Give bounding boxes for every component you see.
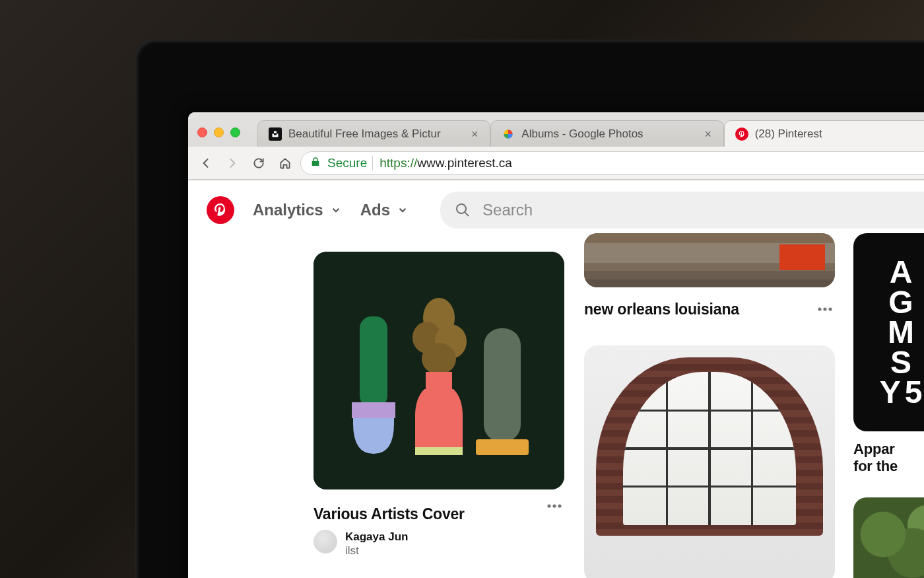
- svg-point-11: [547, 504, 550, 507]
- svg-point-12: [552, 504, 556, 507]
- svg-rect-8: [415, 447, 463, 455]
- avatar[interactable]: [314, 530, 337, 554]
- close-window-button[interactable]: [197, 127, 207, 137]
- tab-strip: Beautiful Free Images & Pictur × Albums …: [188, 112, 924, 147]
- search-icon: [455, 202, 471, 218]
- browser-toolbar: Secure https://www.pinterest.ca: [188, 147, 924, 180]
- pin-title: Appar: [853, 441, 924, 458]
- svg-point-15: [823, 307, 826, 310]
- forward-button[interactable]: [221, 152, 244, 174]
- home-button[interactable]: [274, 152, 296, 174]
- pin-footer: new orleans louisiana: [584, 294, 835, 319]
- pin-image[interactable]: [853, 497, 924, 578]
- nav-analytics[interactable]: Analytics: [253, 201, 342, 219]
- search-input[interactable]: [482, 201, 924, 219]
- pin-typography[interactable]: A G M S Y5 Appar for the: [853, 233, 924, 475]
- url-text: https://www.pinterest.ca: [380, 156, 512, 170]
- svg-point-6: [422, 343, 456, 375]
- tab-title: (28) Pinterest: [755, 127, 924, 141]
- svg-rect-1: [360, 316, 387, 408]
- pin-image[interactable]: A G M S Y5: [853, 233, 924, 431]
- pin-new-orleans[interactable]: new orleans louisiana: [584, 233, 835, 319]
- author-sub: ilst: [345, 544, 408, 558]
- close-tab-button[interactable]: ×: [469, 128, 480, 140]
- pin-footer: Various Artists Cover Kagaya Jun ilst: [314, 496, 564, 558]
- pin-title: new orleans louisiana: [584, 301, 739, 318]
- browser-chrome: Beautiful Free Images & Pictur × Albums …: [188, 112, 924, 180]
- pin-various-artists-cover[interactable]: Various Artists Cover Kagaya Jun ilst: [314, 252, 564, 558]
- pinterest-logo[interactable]: [207, 196, 234, 224]
- maximize-window-button[interactable]: [230, 127, 240, 137]
- svg-rect-10: [476, 439, 529, 455]
- secure-label: Secure: [327, 156, 373, 170]
- pin-image[interactable]: [584, 345, 835, 578]
- pin-title: Various Artists Cover: [314, 505, 544, 523]
- page-content: Analytics Ads: [188, 180, 924, 578]
- nav-label: Ads: [360, 201, 390, 219]
- chevron-down-icon: [397, 204, 409, 216]
- pin-greenery[interactable]: [853, 497, 924, 578]
- pinterest-header: Analytics Ads: [188, 180, 924, 240]
- browser-tab-google-photos[interactable]: Albums - Google Photos ×: [490, 120, 723, 147]
- pin-title-line2: for the: [853, 458, 924, 475]
- window-controls: [197, 127, 240, 137]
- back-button[interactable]: [195, 152, 217, 174]
- svg-rect-7: [426, 372, 452, 389]
- feed: Various Artists Cover Kagaya Jun ilst: [188, 240, 924, 578]
- svg-point-14: [818, 307, 821, 310]
- pin-byline: Kagaya Jun ilst: [314, 530, 544, 558]
- chevron-down-icon: [330, 204, 342, 216]
- plants-illustration: [314, 252, 564, 489]
- browser-tab-pinterest[interactable]: (28) Pinterest: [724, 120, 924, 147]
- pin-image[interactable]: [584, 233, 835, 287]
- svg-point-16: [828, 307, 832, 310]
- photo-placeholder: [584, 345, 835, 578]
- more-button[interactable]: [815, 299, 835, 319]
- pinterest-icon: [735, 127, 748, 141]
- more-button[interactable]: [544, 496, 564, 516]
- lock-icon: [310, 156, 321, 170]
- svg-rect-9: [484, 328, 521, 442]
- nav-ads[interactable]: Ads: [360, 201, 409, 219]
- pin-image[interactable]: [314, 252, 564, 489]
- close-tab-button[interactable]: ×: [702, 128, 714, 140]
- tab-title: Albums - Google Photos: [521, 127, 695, 141]
- search-bar[interactable]: [440, 192, 924, 229]
- address-bar[interactable]: Secure https://www.pinterest.ca: [300, 151, 924, 175]
- google-photos-icon: [502, 127, 515, 141]
- type-tile: A G M S Y5: [853, 233, 924, 431]
- pin-loft-interior[interactable]: [584, 345, 835, 578]
- laptop-frame: Beautiful Free Images & Pictur × Albums …: [135, 40, 924, 578]
- unsplash-icon: [269, 127, 282, 141]
- reload-button[interactable]: [248, 152, 270, 174]
- screen: Beautiful Free Images & Pictur × Albums …: [188, 112, 924, 578]
- nav-label: Analytics: [253, 201, 323, 219]
- photo-placeholder: [584, 233, 835, 287]
- browser-tab-unsplash[interactable]: Beautiful Free Images & Pictur ×: [257, 120, 490, 147]
- photo-placeholder: [853, 497, 924, 578]
- svg-rect-2: [352, 402, 395, 418]
- svg-point-13: [558, 504, 561, 507]
- minimize-window-button[interactable]: [214, 127, 224, 137]
- tab-title: Beautiful Free Images & Pictur: [288, 127, 462, 141]
- author-name[interactable]: Kagaya Jun: [345, 530, 408, 544]
